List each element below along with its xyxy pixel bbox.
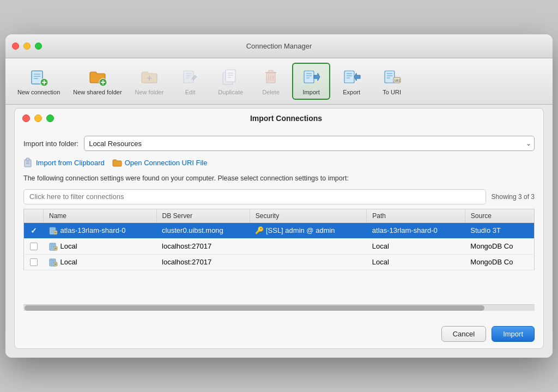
info-text: The following connection settings were f… — [23, 174, 535, 184]
duplicate-button[interactable]: Duplicate — [211, 64, 250, 99]
toolbar: New connection New shared folder — [5, 58, 553, 105]
svg-rect-36 — [385, 71, 395, 83]
export-button[interactable]: Export — [332, 64, 371, 99]
row1-db-server: cluster0.uibst.mong — [156, 222, 250, 238]
row2-source: MongoDB Co — [465, 238, 534, 254]
dialog-title-bar: Import Connections — [15, 108, 543, 128]
dialog-close-button[interactable] — [22, 114, 30, 122]
new-shared-folder-label: New shared folder — [73, 89, 122, 95]
unchecked-checkbox[interactable] — [30, 258, 38, 266]
row3-path: Local — [367, 254, 465, 270]
edit-label: Edit — [185, 89, 196, 95]
to-uri-icon: URI — [382, 67, 402, 87]
edit-icon — [180, 67, 200, 87]
edit-button[interactable]: Edit — [171, 64, 209, 99]
col-db-server: DB Server — [156, 209, 250, 222]
scrollbar-thumb[interactable] — [25, 305, 484, 311]
connection-icon — [49, 226, 58, 235]
new-shared-folder-button[interactable]: New shared folder — [68, 64, 127, 99]
row3-security — [250, 254, 366, 270]
minimize-button[interactable] — [23, 43, 31, 50]
close-button[interactable] — [12, 43, 19, 50]
folder-icon — [112, 158, 122, 167]
row2-path: Local — [367, 238, 465, 254]
dialog-minimize-button[interactable] — [34, 114, 42, 122]
row1-checkbox[interactable]: ✓ — [24, 222, 44, 238]
import-from-clipboard-button[interactable]: Import from Clipboard — [23, 158, 105, 167]
table-row[interactable]: ✓ — [24, 222, 535, 238]
delete-label: Delete — [262, 89, 280, 95]
row2-db-server: localhost:27017 — [156, 238, 250, 254]
open-connection-uri-button[interactable]: Open Connection URI File — [112, 158, 208, 167]
row2-name: Local — [44, 238, 157, 254]
maximize-button[interactable] — [35, 43, 42, 50]
delete-button[interactable]: Delete — [252, 64, 290, 99]
svg-rect-28 — [304, 71, 314, 83]
spacer — [23, 270, 535, 303]
traffic-lights — [12, 43, 42, 50]
to-uri-button[interactable]: URI To URI — [373, 64, 411, 99]
col-source: Source — [465, 209, 534, 222]
scrollbar-track[interactable] — [23, 304, 535, 311]
new-connection-button[interactable]: New connection — [12, 64, 65, 99]
delete-icon — [261, 67, 281, 87]
import-dialog: Import Connections Import into folder: L… — [14, 108, 544, 349]
showing-count: Showing 3 of 3 — [492, 193, 535, 201]
import-icon — [301, 67, 321, 87]
svg-rect-43 — [26, 158, 29, 160]
cancel-button[interactable]: Cancel — [441, 326, 486, 342]
table-body: ✓ — [24, 222, 535, 270]
folder-select[interactable]: Local Resources — [84, 136, 535, 151]
new-folder-icon — [140, 67, 159, 87]
table-row[interactable]: Local localhost:27017 Local MongoDB Co — [24, 254, 535, 270]
table-header: Name DB Server Security Path Source — [24, 209, 535, 222]
col-name: Name — [44, 209, 157, 222]
new-shared-folder-icon — [88, 67, 107, 87]
row1-name-text: atlas-13rlam-shard-0 — [60, 226, 126, 234]
folder-select-wrap: Local Resources ⌄ — [84, 136, 535, 151]
new-connection-icon — [29, 67, 48, 87]
svg-rect-32 — [344, 71, 354, 83]
export-icon — [342, 67, 361, 87]
filter-input[interactable] — [23, 189, 486, 204]
svg-rect-24 — [269, 70, 273, 73]
table-row[interactable]: Local localhost:27017 Local MongoDB Co — [24, 238, 535, 254]
row2-checkbox[interactable] — [24, 238, 44, 254]
row2-name-text: Local — [60, 242, 77, 250]
new-connection-label: New connection — [17, 89, 60, 95]
import-action-button[interactable]: Import — [492, 326, 535, 342]
row3-name: Local — [44, 254, 157, 270]
duplicate-icon — [221, 67, 240, 87]
new-folder-button[interactable]: New folder — [130, 64, 169, 99]
import-into-row: Import into folder: Local Resources ⌄ — [23, 136, 535, 151]
connections-table: Name DB Server Security Path Source — [23, 209, 535, 270]
clipboard-icon — [23, 158, 33, 167]
open-connection-uri-label: Open Connection URI File — [125, 159, 208, 167]
row3-checkbox[interactable] — [24, 254, 44, 270]
connection-icon — [49, 258, 58, 267]
import-actions: Import from Clipboard Open Connection UR… — [23, 158, 535, 167]
dialog-maximize-button[interactable] — [46, 114, 54, 122]
to-uri-label: To URI — [383, 89, 401, 95]
unchecked-checkbox[interactable] — [30, 243, 38, 250]
row1-path: atlas-13rlam-shard-0 — [367, 222, 465, 238]
main-window: Connection Manager New connection — [5, 34, 553, 358]
row1-name: atlas-13rlam-shard-0 — [44, 222, 157, 238]
new-folder-label: New folder — [135, 89, 164, 95]
row3-source: MongoDB Co — [465, 254, 534, 270]
connections-table-container[interactable]: Name DB Server Security Path Source — [23, 209, 535, 270]
col-path: Path — [367, 209, 465, 222]
export-label: Export — [343, 89, 360, 95]
dialog-body: Import into folder: Local Resources ⌄ — [15, 128, 543, 319]
checkmark-icon: ✓ — [31, 226, 37, 235]
dialog-title: Import Connections — [58, 114, 514, 123]
row2-security — [250, 238, 366, 254]
filter-row: Showing 3 of 3 — [23, 189, 535, 204]
col-checkbox — [24, 209, 44, 222]
import-from-clipboard-label: Import from Clipboard — [36, 159, 105, 167]
svg-text:URI: URI — [395, 79, 401, 82]
duplicate-label: Duplicate — [218, 89, 243, 95]
import-label: Import — [303, 89, 320, 95]
col-security: Security — [250, 209, 366, 222]
import-button[interactable]: Import — [292, 63, 330, 100]
